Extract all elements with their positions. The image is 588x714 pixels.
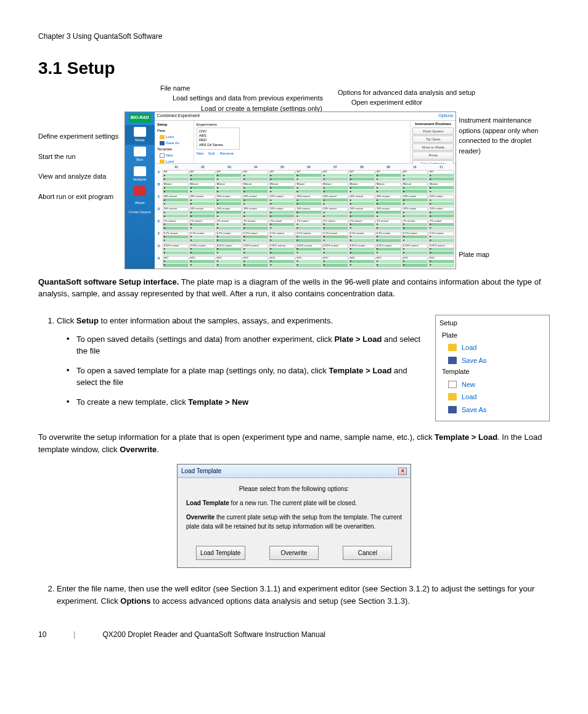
routine-tipclean[interactable]: Tip Clean — [412, 136, 454, 143]
routine-flush[interactable]: Flush System — [412, 128, 454, 135]
well[interactable]: 0.1% mutant■■ — [269, 232, 295, 243]
routine-prime[interactable]: Prime — [412, 152, 454, 159]
plate-map[interactable]: 0102030405060708091011 AWT■■WT■■WT■■WT■■… — [155, 164, 456, 269]
well[interactable]: 0.1% mutant■■ — [189, 232, 215, 243]
well[interactable]: 10% mutant■■ — [402, 207, 428, 219]
well[interactable]: NTC■■ — [242, 256, 268, 268]
well[interactable]: Mixture■■ — [322, 182, 348, 194]
well[interactable]: 50% mutant■■ — [375, 195, 401, 206]
well[interactable]: WT■■ — [295, 170, 321, 182]
well[interactable]: 1% mutant■■ — [269, 219, 295, 231]
well[interactable]: WT■■ — [375, 170, 401, 182]
well[interactable]: 1% mutant■■ — [295, 219, 321, 231]
routine-waste[interactable]: Move to Waste — [412, 144, 454, 151]
well[interactable]: 1% mutant■■ — [163, 219, 189, 231]
contact-support[interactable]: Contact Support — [129, 210, 151, 215]
well[interactable]: WT■■ — [402, 170, 428, 182]
well[interactable]: 0.1% mutant■■ — [349, 232, 375, 243]
panel-template-new[interactable]: New — [439, 378, 545, 391]
well[interactable]: 1% mutant■■ — [402, 219, 428, 231]
experiments-list[interactable]: CNV ABS RED ABS Dil Series — [197, 128, 240, 150]
exp-rename[interactable]: Rename — [219, 152, 234, 155]
well[interactable]: WT■■ — [349, 170, 375, 182]
well[interactable]: 1% mutant■■ — [189, 219, 215, 231]
well[interactable]: 1% mutant■■ — [322, 219, 348, 231]
well[interactable]: 50% mutant■■ — [402, 195, 428, 206]
well[interactable]: 10% mutant■■ — [163, 207, 189, 219]
well[interactable]: Mixture■■ — [163, 182, 189, 194]
nav-setup[interactable]: Setup — [125, 125, 155, 145]
well[interactable]: 50% mutant■■ — [242, 195, 268, 206]
well[interactable]: 10% mutant■■ — [242, 207, 268, 219]
well[interactable]: 50% mutant■■ — [349, 195, 375, 206]
overwrite-button[interactable]: Overwrite — [269, 546, 319, 560]
titlebar-options[interactable]: Options — [438, 113, 453, 120]
nav-abort[interactable] — [125, 184, 155, 198]
well[interactable]: 0.01% mutant■■ — [163, 244, 189, 256]
well[interactable]: Mixture■■ — [189, 182, 215, 194]
well[interactable]: Mixture■■ — [242, 182, 268, 194]
well[interactable]: 10% mutant■■ — [322, 207, 348, 219]
well[interactable]: Mixture■■ — [349, 182, 375, 194]
load-template-button[interactable]: Load Template — [196, 546, 245, 560]
well[interactable]: WT■■ — [269, 170, 295, 182]
well[interactable]: Mixture■■ — [295, 182, 321, 194]
exp-edit[interactable]: Edit — [208, 152, 214, 155]
well[interactable]: NTC■■ — [375, 256, 401, 268]
well[interactable]: 0.1% mutant■■ — [322, 232, 348, 243]
well[interactable]: Mixture■■ — [428, 182, 454, 194]
well[interactable]: 0.01% mutant■■ — [242, 244, 268, 256]
plate-saveas[interactable]: Save As — [160, 140, 191, 146]
well[interactable]: 1% mutant■■ — [349, 219, 375, 231]
exp-new[interactable]: New — [197, 152, 204, 155]
well[interactable]: NTC■■ — [269, 256, 295, 268]
well[interactable]: Mixture■■ — [402, 182, 428, 194]
well[interactable]: NTC■■ — [428, 256, 454, 268]
well[interactable]: 0.1% mutant■■ — [216, 232, 242, 243]
well[interactable]: 0.01% mutant■■ — [269, 244, 295, 256]
well[interactable]: WT■■ — [242, 170, 268, 182]
well[interactable]: 50% mutant■■ — [216, 195, 242, 206]
well[interactable]: 0.01% mutant■■ — [402, 244, 428, 256]
nav-about[interactable]: About — [125, 198, 155, 208]
well[interactable]: WT■■ — [189, 170, 215, 182]
well[interactable]: WT■■ — [428, 170, 454, 182]
well[interactable]: Mixture■■ — [269, 182, 295, 194]
well[interactable]: 1% mutant■■ — [375, 219, 401, 231]
well[interactable]: 1% mutant■■ — [428, 219, 454, 231]
well[interactable]: 0.1% mutant■■ — [242, 232, 268, 243]
well[interactable]: 50% mutant■■ — [295, 195, 321, 206]
well[interactable]: 10% mutant■■ — [295, 207, 321, 219]
close-icon[interactable]: ✕ — [398, 468, 407, 475]
well[interactable]: NTC■■ — [402, 256, 428, 268]
well[interactable]: 0.01% mutant■■ — [428, 244, 454, 256]
well[interactable]: 1% mutant■■ — [216, 219, 242, 231]
cancel-button[interactable]: Cancel — [343, 546, 392, 560]
well[interactable]: 10% mutant■■ — [428, 207, 454, 219]
panel-plate-load[interactable]: Load — [439, 341, 545, 354]
well[interactable]: WT■■ — [163, 170, 189, 182]
well[interactable]: 50% mutant■■ — [428, 195, 454, 206]
well[interactable]: NTC■■ — [189, 256, 215, 268]
panel-plate-saveas[interactable]: Save As — [439, 354, 545, 367]
well[interactable]: NTC■■ — [295, 256, 321, 268]
well[interactable]: 10% mutant■■ — [349, 207, 375, 219]
well[interactable]: 50% mutant■■ — [322, 195, 348, 206]
well[interactable]: WT■■ — [216, 170, 242, 182]
well[interactable]: NTC■■ — [216, 256, 242, 268]
well[interactable]: 0.01% mutant■■ — [349, 244, 375, 256]
well[interactable]: 1% mutant■■ — [242, 219, 268, 231]
well[interactable]: 10% mutant■■ — [269, 207, 295, 219]
well[interactable]: NTC■■ — [322, 256, 348, 268]
well[interactable]: 10% mutant■■ — [375, 207, 401, 219]
well[interactable]: 50% mutant■■ — [189, 195, 215, 206]
well[interactable]: 0.1% mutant■■ — [428, 232, 454, 243]
well[interactable]: 10% mutant■■ — [189, 207, 215, 219]
well[interactable]: 0.1% mutant■■ — [402, 232, 428, 243]
well[interactable]: 0.1% mutant■■ — [163, 232, 189, 243]
panel-template-saveas[interactable]: Save As — [439, 404, 545, 416]
well[interactable]: 0.01% mutant■■ — [189, 244, 215, 256]
well[interactable]: 50% mutant■■ — [163, 195, 189, 206]
well[interactable]: 0.01% mutant■■ — [322, 244, 348, 256]
nav-run[interactable]: Run — [125, 145, 155, 164]
